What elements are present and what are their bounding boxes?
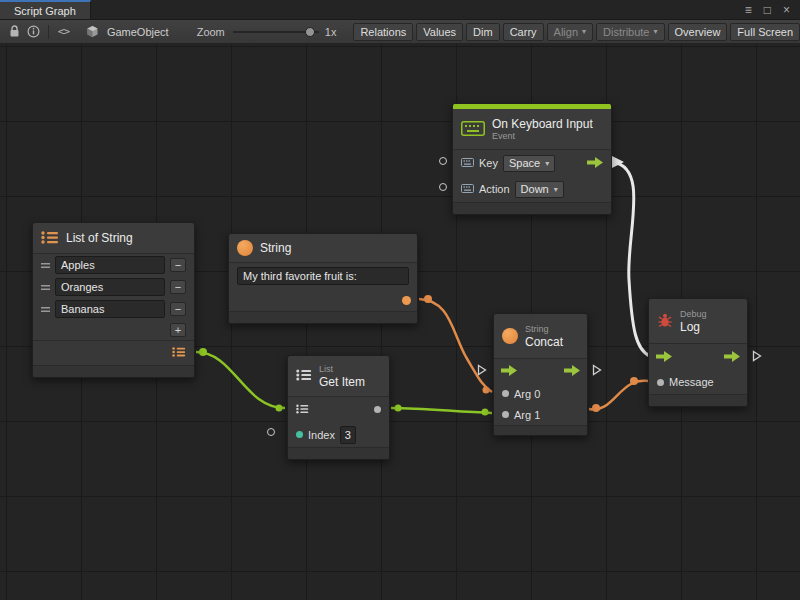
action-dropdown[interactable]: Down (515, 181, 564, 198)
list-item-field[interactable]: Oranges (55, 278, 165, 296)
node-title: Concat (525, 335, 563, 349)
flow-in-port[interactable] (501, 365, 517, 378)
index-port-marker[interactable] (267, 428, 275, 436)
carry-button[interactable]: Carry (503, 23, 544, 41)
string-output-port[interactable] (402, 296, 411, 305)
list-item-row: Oranges − (33, 276, 194, 298)
list-output-port[interactable] (172, 347, 186, 359)
action-row: Action Down (453, 176, 611, 202)
list-item-row: Bananas − (33, 298, 194, 320)
node-footer (453, 202, 611, 214)
values-button[interactable]: Values (416, 23, 463, 41)
remove-item-button[interactable]: − (170, 280, 186, 294)
trigger-flow-out-port[interactable] (587, 157, 603, 170)
node-footer (229, 311, 417, 323)
string-type-icon (237, 240, 253, 256)
drag-handle-icon[interactable] (41, 259, 50, 271)
flow-out-port[interactable] (564, 365, 580, 378)
node-header: Debug Log (649, 299, 747, 343)
node-title: On Keyboard Input (492, 117, 593, 131)
drag-handle-icon[interactable] (41, 281, 50, 293)
add-item-row: + (33, 320, 194, 340)
list-input-row (288, 397, 389, 422)
window-close-icon[interactable]: × (783, 4, 790, 16)
node-title: Log (680, 320, 707, 334)
message-label: Message (669, 376, 714, 388)
flow-row (649, 344, 747, 370)
zoom-slider-handle[interactable] (305, 27, 315, 37)
list-item-field[interactable]: Apples (55, 256, 165, 274)
dim-button[interactable]: Dim (466, 23, 500, 41)
node-footer (649, 394, 747, 406)
concat-flow-in-marker[interactable] (477, 364, 487, 378)
bug-icon (657, 313, 673, 330)
key-input-port[interactable] (439, 157, 447, 165)
zoom-value: 1x (325, 26, 337, 38)
add-item-button[interactable]: + (170, 323, 186, 337)
code-icon[interactable]: <> (57, 23, 70, 41)
node-on-keyboard-input[interactable]: On Keyboard Input Event Key Space Action… (452, 103, 612, 215)
node-string-concat[interactable]: String Concat Arg 0 Arg 1 (493, 313, 588, 436)
window-controls: ≡ □ × (745, 0, 800, 19)
concat-flow-out-marker[interactable] (592, 364, 602, 378)
list-input-port[interactable] (296, 404, 309, 416)
arg0-input-port[interactable] (502, 390, 509, 397)
string-value-row: My third favorite fruit is: (229, 263, 417, 289)
ports-row (229, 289, 417, 311)
arg0-row: Arg 0 (494, 383, 587, 404)
flow-out-port[interactable] (724, 351, 740, 364)
toolbar-divider (48, 25, 49, 39)
arg1-label: Arg 1 (514, 409, 540, 421)
toolbar-buttons: Relations Values Dim Carry Align Distrib… (350, 23, 800, 41)
node-footer (33, 365, 194, 377)
tab-script-graph[interactable]: Script Graph (0, 0, 91, 19)
node-list-of-string[interactable]: List of String Apples − Oranges − Banana… (32, 222, 195, 378)
arg0-label: Arg 0 (514, 388, 540, 400)
window-maximize-icon[interactable]: □ (764, 4, 771, 16)
gameobject-selector[interactable]: GameObject (84, 23, 169, 41)
lock-icon[interactable] (8, 23, 21, 41)
node-category: List (319, 364, 365, 375)
list-icon (296, 369, 312, 383)
remove-item-button[interactable]: − (170, 302, 186, 316)
fullscreen-button[interactable]: Full Screen (730, 23, 800, 41)
string-value-field[interactable]: My third favorite fruit is: (237, 267, 409, 285)
message-row: Message (649, 370, 747, 394)
index-field[interactable]: 3 (340, 426, 356, 444)
distribute-button[interactable]: Distribute (596, 23, 664, 41)
overview-button[interactable]: Overview (668, 23, 728, 41)
node-string-literal[interactable]: String My third favorite fruit is: (228, 233, 418, 324)
node-footer (494, 425, 587, 435)
action-mini-keyboard-icon (461, 183, 474, 195)
node-header: String (229, 234, 417, 262)
key-label: Key (479, 157, 498, 169)
log-flow-out-marker[interactable] (752, 350, 762, 364)
node-get-item[interactable]: List Get Item Index 3 (287, 355, 390, 460)
list-item-row: Apples − (33, 254, 194, 276)
index-input-port[interactable] (296, 431, 303, 438)
drag-handle-icon[interactable] (41, 303, 50, 315)
relations-button[interactable]: Relations (353, 23, 413, 41)
window-menu-icon[interactable]: ≡ (745, 4, 752, 16)
ports-row (33, 341, 194, 365)
item-output-port[interactable] (374, 406, 381, 413)
remove-item-button[interactable]: − (170, 258, 186, 272)
message-input-port[interactable] (657, 379, 664, 386)
zoom-label: Zoom (197, 26, 225, 38)
zoom-slider[interactable] (233, 26, 319, 38)
node-title: List of String (66, 231, 133, 245)
arg1-input-port[interactable] (502, 411, 509, 418)
info-icon[interactable] (27, 23, 40, 41)
flow-in-port[interactable] (656, 351, 672, 364)
align-button[interactable]: Align (547, 23, 593, 41)
string-type-icon (502, 328, 518, 344)
key-dropdown[interactable]: Space (503, 155, 555, 172)
key-mini-keyboard-icon (461, 157, 474, 169)
node-debug-log[interactable]: Debug Log Message (648, 298, 748, 407)
node-header: List of String (33, 223, 194, 253)
action-input-port[interactable] (439, 183, 447, 191)
list-item-field[interactable]: Bananas (55, 300, 165, 318)
graph-toolbar: <> GameObject Zoom 1x Relations Values D… (0, 20, 800, 44)
list-icon (41, 231, 59, 246)
window-tab-bar: Script Graph ≡ □ × (0, 0, 800, 20)
